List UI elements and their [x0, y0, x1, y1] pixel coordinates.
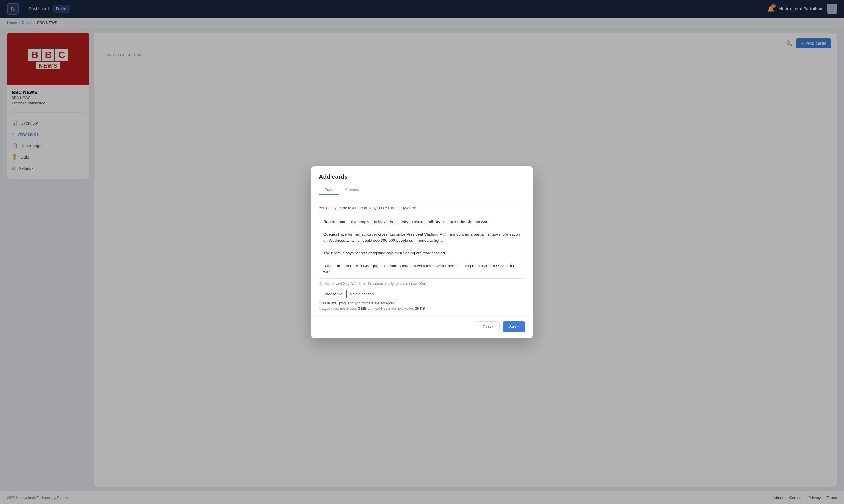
add-cards-modal: Add cards Text Preview You can type the …	[311, 166, 533, 338]
file-formats-note: Files in .txt, .png, and .jpg formats ar…	[319, 301, 525, 305]
save-button[interactable]: Save	[503, 321, 525, 332]
text-textarea[interactable]	[319, 215, 525, 278]
file-name-label: No file chosen	[349, 292, 374, 296]
modal-body: You can type the text here or copy/paste…	[311, 200, 533, 317]
modal-header: Add cards Text Preview	[311, 166, 533, 200]
tab-text[interactable]: Text	[319, 185, 339, 195]
modal-description: You can type the text here or copy/paste…	[319, 206, 525, 210]
modal-footer: Close Save	[311, 317, 533, 338]
file-section: Choose file No file chosen	[319, 290, 525, 298]
file-limits-note: Images must not exceed 3 MB and text fil…	[319, 306, 525, 311]
modal-overlay: Add cards Text Preview You can type the …	[0, 0, 844, 504]
close-button[interactable]: Close	[476, 321, 500, 332]
modal-title: Add cards	[319, 174, 525, 180]
duplicates-note: Duplicates and Stop Words will be automa…	[319, 282, 525, 286]
modal-tabs: Text Preview	[319, 185, 525, 195]
learn-more-link[interactable]: Learn More.	[409, 282, 428, 286]
text-input-area	[319, 214, 525, 279]
choose-file-button[interactable]: Choose file	[319, 290, 347, 298]
tab-preview[interactable]: Preview	[339, 185, 365, 195]
